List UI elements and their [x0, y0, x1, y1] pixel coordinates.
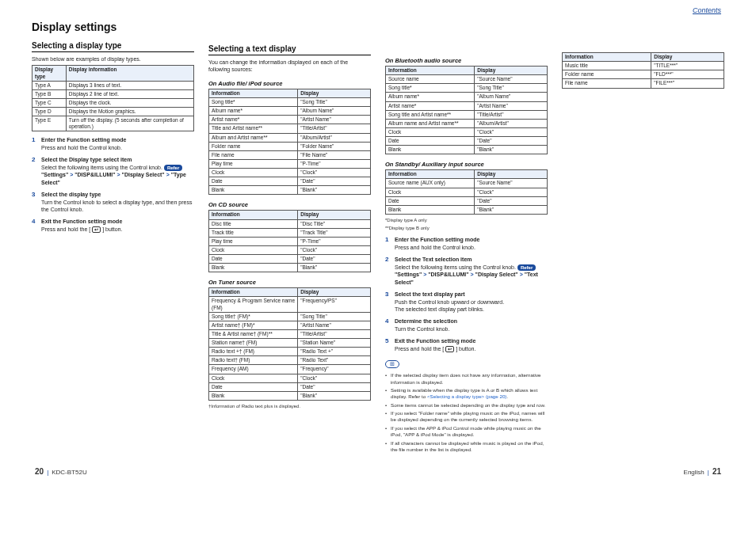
- cell: Music title: [563, 62, 651, 70]
- cell: "Date": [475, 137, 548, 146]
- cell: "Date": [298, 177, 371, 186]
- cell: Date: [209, 177, 298, 186]
- tuner-table: InformationDisplay Frequency & Program S…: [208, 287, 371, 401]
- table-row: Station name† (FM)"Station Name": [209, 339, 371, 348]
- table-row: Frequency & Program Service name (FM)"Fr…: [209, 297, 371, 312]
- table-row: Music title"TITLE***": [563, 62, 724, 70]
- cell: "Source Name": [475, 75, 548, 84]
- cell: Blank: [386, 146, 475, 154]
- table-row: Date"Date": [209, 177, 371, 186]
- extra-table: InformationDisplay Music title"TITLE***"…: [562, 52, 724, 89]
- cell: Source name (AUX only): [386, 179, 475, 188]
- table-row: Type CDisplays the clock.: [32, 98, 194, 107]
- cell: "Source Name": [475, 179, 548, 188]
- cross-ref-link[interactable]: <Selecting a display type> (page 20): [427, 393, 506, 399]
- cell: Album name*: [386, 93, 475, 101]
- table-row: Song title† (FM)*"Song Title": [209, 312, 371, 321]
- cell: "FILE***": [651, 79, 724, 88]
- cell: "Frequency/PS": [298, 297, 371, 312]
- step-body: Select the following items using the Con…: [41, 165, 186, 185]
- cell: "FLD***": [651, 70, 724, 79]
- step-body: Press and hold the Control knob.: [41, 145, 122, 150]
- sec2-intro: You can change the information displayed…: [208, 59, 371, 74]
- cell: Artist name*: [386, 101, 475, 110]
- cell: Radio text† (FM): [209, 356, 298, 365]
- th: Display: [651, 53, 724, 62]
- cell: "Artist Name": [298, 116, 371, 124]
- cell: "Blank": [298, 186, 371, 195]
- steps1: Enter the Function setting modePress and…: [32, 136, 194, 233]
- step-after: The selected text display part blinks.: [395, 306, 484, 312]
- bt-table: InformationDisplay Source name"Source Na…: [385, 66, 548, 154]
- table-row: Play time"P-Time": [209, 237, 371, 245]
- th: Display: [298, 211, 371, 219]
- th: Display information: [66, 66, 193, 81]
- page-spread: Display settings Selecting a display typ…: [0, 0, 756, 464]
- table-row: Artist name*"Artist Name": [386, 101, 548, 110]
- cell: "Album Name": [475, 93, 548, 101]
- cell: Album name and Artist name**: [386, 119, 475, 127]
- model: KDC-BT52U: [52, 469, 86, 476]
- step-title: Enter the Function setting mode: [395, 236, 548, 243]
- cell: "Title/Artist": [298, 124, 371, 133]
- cell: "Blank": [298, 264, 371, 272]
- table-row: Album name*"Album Name": [209, 107, 371, 116]
- refer-badge: Refer: [164, 165, 182, 171]
- audio-table: InformationDisplay Song title*"Song Titl…: [208, 89, 371, 196]
- cell: Displays 2 line of text.: [66, 89, 193, 98]
- cell: Station name† (FM): [209, 339, 298, 348]
- sec2-heading: Selecting a text display: [208, 44, 371, 55]
- sec1-intro: Shown below are examples of display type…: [32, 55, 194, 63]
- cell: "Title/Artist": [298, 329, 371, 338]
- table-row: Type ETurn off the display. (5 seconds a…: [32, 116, 194, 131]
- footer: 20|KDC-BT52U English|21: [0, 464, 756, 484]
- step: Determine the selectionTurn the Control …: [385, 317, 548, 333]
- cell: Album name*: [209, 107, 298, 116]
- step-body: Turn the Control knob.: [395, 326, 449, 332]
- col-4: InformationDisplay Music title"TITLE***"…: [562, 21, 724, 454]
- cell: "Date": [298, 382, 371, 391]
- step-title: Select the Display type select item: [41, 156, 194, 163]
- cell: Displays 3 lines of text.: [66, 81, 193, 89]
- cell: Type C: [32, 98, 67, 107]
- bullet: Setting is available when the display ty…: [385, 387, 548, 401]
- cell: Folder name: [563, 70, 651, 79]
- table-row: Clock"Clock": [209, 169, 371, 177]
- tuner-cap: On Tuner source: [208, 279, 371, 286]
- table-row: Blank"Blank": [209, 264, 371, 272]
- table-row: Album name*"Album Name": [386, 93, 548, 101]
- cell: Turn off the display. (5 seconds after c…: [66, 116, 193, 131]
- cell: Clock: [209, 374, 298, 382]
- table-row: File name"FILE***": [563, 79, 724, 88]
- step-title: Enter the Function setting mode: [41, 136, 194, 143]
- table-row: Track title"Track Title": [209, 228, 371, 237]
- table-row: Clock"Clock": [209, 245, 371, 254]
- bullet: If the selected display item does not ha…: [385, 372, 548, 386]
- step-sequence: "Settings" > "DISP&ILLUMI" > "Display Se…: [41, 172, 186, 184]
- table-row: Radio text† (FM)"Radio Text": [209, 356, 371, 365]
- step-body: Press and hold the [ ↩ ] button.: [41, 226, 122, 232]
- step: Select the Text selection itemSelect the…: [385, 256, 548, 286]
- cd-cap: On CD source: [208, 201, 371, 208]
- page-title: Display settings: [32, 21, 194, 33]
- footer-right: English|21: [684, 467, 721, 476]
- cell: "Title/Artist": [475, 110, 548, 119]
- table-row: File name"File Name": [209, 150, 371, 159]
- step-title: Select the text display part: [395, 291, 548, 298]
- cell: "P-Time": [298, 237, 371, 245]
- th: Information: [386, 67, 475, 75]
- cell: "Clock": [298, 374, 371, 382]
- cell: File name: [563, 79, 651, 88]
- table-row: Song title*"Song Title": [386, 84, 548, 93]
- table-row: Date"Date": [386, 137, 548, 146]
- cell: "Blank": [475, 146, 548, 154]
- table-row: Song title and Artist name**"Title/Artis…: [386, 110, 548, 119]
- cell: "Album/Artist": [298, 133, 371, 142]
- cell: Disc title: [209, 219, 298, 228]
- cell: Clock: [386, 127, 475, 136]
- legend-b: **Display type B only: [385, 226, 548, 232]
- table-row: Artist name† (FM)*"Artist Name": [209, 321, 371, 329]
- step-title: Determine the selection: [395, 317, 548, 325]
- bullet: Some items cannot be selected depending …: [385, 402, 548, 409]
- table-row: Frequency (AM)"Frequency": [209, 365, 371, 374]
